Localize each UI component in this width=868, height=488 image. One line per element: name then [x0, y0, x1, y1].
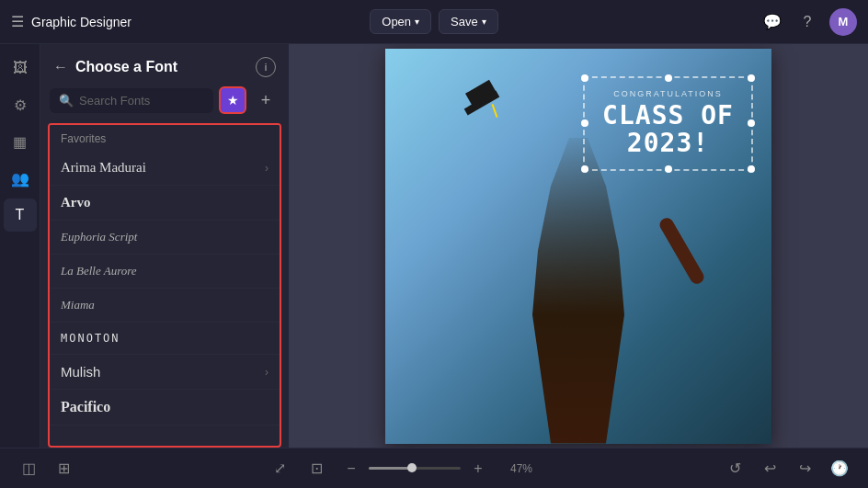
fit-icon[interactable]: ⊡	[303, 455, 330, 482]
font-name-label: Miama	[61, 298, 95, 312]
main-layout: 🖼 ⚙ ▦ 👥 T ← Choose a Font i 🔍 ★ + Favori…	[0, 44, 868, 448]
cap-tassel	[491, 104, 497, 118]
zoom-bar[interactable]	[369, 467, 461, 470]
sidebar-icon-image[interactable]: 🖼	[4, 51, 37, 85]
corner-ml	[581, 119, 588, 127]
open-button[interactable]: Open ▾	[370, 9, 431, 34]
bottombar: ◫ ⊞ ⤢ ⊡ − + 47% ↺ ↩ ↪ 🕐	[0, 448, 868, 488]
app-title: Graphic Designer	[31, 15, 131, 29]
class-of-text: CLASS OF 2023!	[596, 102, 740, 159]
favorites-label: Favorites	[50, 125, 280, 151]
font-name-label: Euphoria Script	[61, 230, 137, 244]
search-icon: 🔍	[59, 94, 74, 108]
bottombar-right: ↺ ↩ ↪ 🕐	[721, 455, 853, 482]
sidebar-icon-filter[interactable]: ⚙	[4, 88, 37, 121]
chat-icon[interactable]: 💬	[760, 9, 785, 35]
font-name-label: Pacifico	[61, 399, 110, 415]
save-button[interactable]: Save ▾	[439, 9, 498, 34]
corner-bm	[665, 165, 672, 173]
open-chevron-icon: ▾	[415, 17, 419, 27]
favorites-star-button[interactable]: ★	[219, 86, 246, 114]
font-name-label: Mulish	[61, 364, 100, 380]
zoom-percent: 47%	[499, 462, 532, 475]
corner-tm	[665, 74, 672, 82]
search-input-wrap: 🔍	[50, 88, 213, 113]
font-panel-header: ← Choose a Font i	[40, 44, 289, 86]
info-button[interactable]: i	[256, 57, 276, 77]
font-list-item[interactable]: Mulish›	[50, 355, 280, 390]
grid-view-icon[interactable]: ⊞	[50, 455, 77, 482]
font-name-label: Arima Madurai	[61, 160, 146, 176]
font-list-item[interactable]: Monoton	[50, 323, 280, 355]
corner-tl	[581, 74, 588, 82]
congratulations-text: CONGRATULATIONS	[596, 89, 740, 98]
zoom-fill	[369, 467, 412, 470]
refresh-icon[interactable]: ↺	[721, 455, 748, 482]
topbar: ☰ Graphic Designer Open ▾ Save ▾ 💬 ? M	[0, 0, 868, 44]
font-list-item[interactable]: Miama	[50, 289, 280, 323]
font-expand-icon[interactable]: ›	[265, 366, 268, 379]
corner-mr	[748, 119, 755, 127]
favorites-section: Favorites Arima Madurai›ArvoEuphoria Scr…	[48, 123, 281, 448]
font-list-item[interactable]: Arvo	[50, 186, 280, 221]
font-name-label: Monoton	[61, 332, 120, 345]
font-panel: ← Choose a Font i 🔍 ★ + Favorites Arima …	[40, 44, 289, 448]
icon-sidebar: 🖼 ⚙ ▦ 👥 T	[0, 44, 40, 448]
canvas-area: CONGRATULATIONS CLASS OF 2023!	[289, 44, 868, 448]
avatar[interactable]: M	[829, 8, 857, 36]
font-list-item[interactable]: Euphoria Script	[50, 221, 280, 255]
zoom-in-button[interactable]: +	[466, 457, 490, 481]
topbar-center: Open ▾ Save ▾	[370, 9, 497, 34]
add-font-button[interactable]: +	[252, 86, 280, 114]
bottombar-left: ◫ ⊞	[15, 455, 77, 482]
topbar-right: 💬 ? M	[498, 8, 857, 36]
layers-icon[interactable]: ◫	[15, 455, 42, 482]
font-list-item[interactable]: Pacifico	[50, 390, 280, 426]
undo-icon[interactable]: ↩	[756, 455, 783, 482]
cap-toss	[459, 85, 505, 122]
corner-tr	[748, 74, 755, 82]
sidebar-icon-grid[interactable]: ▦	[4, 125, 37, 158]
zoom-thumb[interactable]	[407, 463, 417, 472]
search-bar: 🔍 ★ +	[50, 86, 280, 114]
history-icon[interactable]: 🕐	[826, 455, 853, 482]
topbar-left: ☰ Graphic Designer	[11, 13, 370, 30]
zoom-controls: − +	[339, 457, 490, 481]
help-icon[interactable]: ?	[794, 9, 820, 35]
bottombar-center: ⤢ ⊡ − + 47%	[266, 455, 532, 482]
sidebar-icon-people[interactable]: 👥	[4, 162, 37, 195]
font-list-item[interactable]: La Belle Aurore	[50, 255, 280, 289]
sidebar-icon-text[interactable]: T	[4, 199, 37, 232]
zoom-out-button[interactable]: −	[339, 457, 363, 481]
save-chevron-icon: ▾	[482, 17, 486, 27]
font-name-label: La Belle Aurore	[61, 264, 137, 278]
back-button[interactable]: ←	[53, 60, 68, 74]
font-list: Arima Madurai›ArvoEuphoria ScriptLa Bell…	[50, 151, 280, 446]
font-list-item[interactable]: Arima Madurai›	[50, 151, 280, 186]
font-name-label: Arvo	[61, 195, 91, 210]
font-expand-icon[interactable]: ›	[265, 162, 268, 175]
canvas-bg: CONGRATULATIONS CLASS OF 2023!	[385, 49, 771, 444]
text-overlay[interactable]: CONGRATULATIONS CLASS OF 2023!	[583, 76, 753, 172]
panel-title: Choose a Font	[75, 59, 248, 75]
expand-icon[interactable]: ⤢	[266, 455, 293, 482]
redo-icon[interactable]: ↪	[791, 455, 818, 482]
hamburger-icon[interactable]: ☰	[11, 13, 24, 30]
search-input[interactable]	[79, 94, 204, 108]
